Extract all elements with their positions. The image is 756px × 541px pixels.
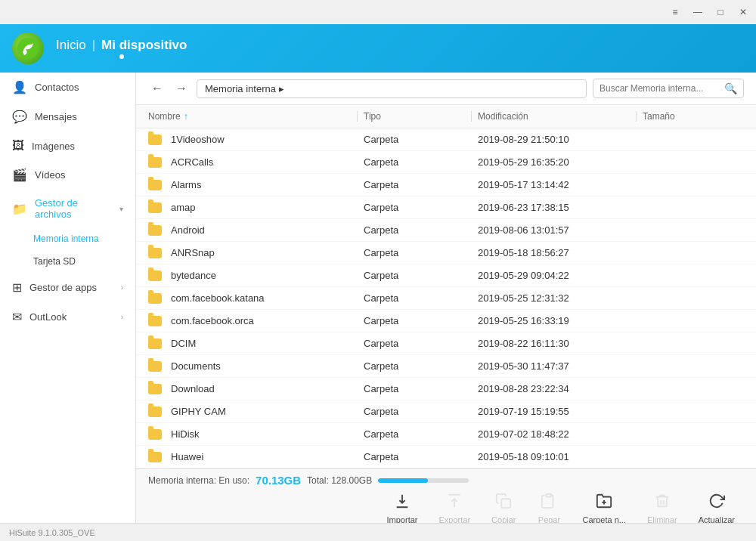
table-row[interactable]: com.facebook.orca Carpeta 2019-05-25 16:…	[136, 310, 756, 332]
file-type: Carpeta	[364, 315, 465, 326]
folder-icon	[148, 270, 162, 281]
storage-label: Memoria interna: En uso:	[148, 475, 249, 486]
search-input[interactable]	[600, 83, 720, 94]
pegar-icon	[541, 493, 557, 513]
file-type: Carpeta	[364, 338, 465, 349]
folder-icon	[148, 429, 162, 440]
exportar-button: Exportar	[430, 490, 480, 523]
header: Inicio | Mi dispositivo	[0, 24, 756, 73]
gestor-icon: 📁	[12, 202, 27, 216]
file-type: Carpeta	[364, 360, 465, 372]
sidebar-label-outlook: OutLook	[29, 311, 67, 323]
sidebar-label-gestor-apps: Gestor de apps	[29, 282, 97, 293]
gestor-chevron: ▾	[119, 205, 123, 213]
sidebar: 👤 Contactos 💬 Mensajes 🖼 Imágenes 🎬 Víde…	[0, 73, 136, 523]
table-row[interactable]: ANRSnap Carpeta 2019-05-18 18:56:27	[136, 242, 756, 264]
actualizar-label: Actualizar	[699, 515, 735, 523]
file-type: Carpeta	[364, 428, 465, 440]
sidebar-item-videos[interactable]: 🎬 Vídeos	[0, 160, 135, 190]
file-date: 2019-05-17 13:14:42	[478, 179, 630, 190]
file-table: Nombre ↑ Tipo Modificación Tamaño 1Video…	[136, 105, 756, 468]
table-row[interactable]: Documents Carpeta 2019-05-30 11:47:37	[136, 355, 756, 378]
file-date: 2019-05-29 16:35:20	[478, 156, 630, 168]
eliminar-button: Eliminar	[638, 490, 686, 523]
titlebar: ≡ — □ ✕	[0, 0, 756, 24]
actualizar-icon	[708, 493, 725, 513]
file-name: Download	[171, 383, 215, 394]
status-bar: HiSuite 9.1.0.305_OVE	[0, 523, 756, 541]
maximize-button[interactable]: □	[714, 5, 727, 19]
folder-icon	[148, 157, 162, 168]
sidebar-sub-tarjeta-sd[interactable]: Tarjeta SD	[0, 250, 135, 273]
header-inicio[interactable]: Inicio	[56, 38, 86, 53]
pegar-button: Pegar	[528, 490, 570, 523]
file-type: Carpeta	[364, 179, 465, 190]
carpeta-nueva-label: Carpeta n...	[582, 515, 625, 523]
col-header-tipo: Tipo	[364, 111, 381, 122]
col-header-nombre: Nombre	[148, 111, 181, 122]
outlook-chevron: ›	[121, 313, 123, 321]
carpeta-nueva-button[interactable]: Carpeta n...	[573, 490, 634, 523]
sidebar-label-memoria: Memoria interna	[33, 233, 99, 244]
importar-button[interactable]: Importar	[378, 490, 427, 523]
table-row[interactable]: DCIM Carpeta 2019-08-22 16:11:30	[136, 332, 756, 355]
file-type: Carpeta	[364, 247, 465, 258]
search-box[interactable]: 🔍	[593, 79, 744, 98]
folder-icon	[148, 452, 162, 462]
breadcrumb-text: Memoria interna ▸	[205, 83, 284, 94]
sidebar-item-gestor[interactable]: 📁 Gestor de archivos ▾	[0, 190, 135, 227]
sidebar-item-imagenes[interactable]: 🖼 Imágenes	[0, 131, 135, 160]
sidebar-label-imagenes: Imágenes	[32, 141, 75, 152]
file-type: Carpeta	[364, 134, 465, 145]
col-header-modificacion: Modificación	[478, 111, 528, 122]
folder-icon	[148, 384, 162, 394]
header-mi-dispositivo[interactable]: Mi dispositivo	[101, 38, 187, 53]
actualizar-button[interactable]: Actualizar	[689, 490, 744, 523]
folder-icon	[148, 361, 162, 372]
table-row[interactable]: 1Videoshow Carpeta 2019-08-29 21:50:10	[136, 128, 756, 151]
storage-bar-fill	[378, 478, 428, 483]
sidebar-item-outlook[interactable]: ✉ OutLook ›	[0, 302, 135, 332]
copiar-icon	[495, 493, 512, 513]
main-layout: 👤 Contactos 💬 Mensajes 🖼 Imágenes 🎬 Víde…	[0, 73, 756, 523]
table-row[interactable]: ACRCalls Carpeta 2019-05-29 16:35:20	[136, 151, 756, 174]
file-type: Carpeta	[364, 270, 465, 281]
table-row[interactable]: amap Carpeta 2019-06-23 17:38:15	[136, 196, 756, 219]
exportar-label: Exportar	[439, 515, 471, 523]
breadcrumb[interactable]: Memoria interna ▸	[197, 79, 587, 98]
folder-icon	[148, 202, 162, 213]
file-name: Alarms	[171, 179, 201, 190]
sort-icon[interactable]: ↑	[184, 111, 188, 122]
storage-info: Memoria interna: En uso: 70.13GB Total: …	[136, 469, 756, 490]
table-row[interactable]: Download Carpeta 2019-08-28 23:22:34	[136, 378, 756, 400]
header-separator: |	[92, 38, 95, 53]
close-button[interactable]: ✕	[736, 5, 750, 19]
minimize-button[interactable]: —	[691, 5, 705, 19]
file-type: Carpeta	[364, 156, 465, 168]
back-button[interactable]: ←	[148, 79, 166, 97]
forward-button[interactable]: →	[172, 79, 191, 97]
table-row[interactable]: Android Carpeta 2019-08-06 13:01:57	[136, 219, 756, 242]
copiar-button: Copiar	[482, 490, 525, 523]
file-rows-container: 1Videoshow Carpeta 2019-08-29 21:50:10 A…	[136, 128, 756, 468]
file-name: DCIM	[171, 338, 196, 349]
sidebar-sub-memoria-interna[interactable]: Memoria interna	[0, 227, 135, 250]
exportar-icon	[446, 493, 463, 513]
file-date: 2019-08-22 16:11:30	[478, 338, 630, 349]
menu-button[interactable]: ≡	[668, 5, 682, 19]
storage-total: Total: 128.00GB	[307, 475, 372, 486]
table-row[interactable]: HiDisk Carpeta 2019-07-02 18:48:22	[136, 423, 756, 446]
file-date: 2019-05-29 09:04:22	[478, 270, 630, 281]
app-logo	[12, 32, 44, 64]
sidebar-item-gestor-apps[interactable]: ⊞ Gestor de apps ›	[0, 273, 135, 302]
file-type: Carpeta	[364, 224, 465, 236]
table-row[interactable]: GIPHY CAM Carpeta 2019-07-19 15:19:55	[136, 400, 756, 423]
sidebar-item-mensajes[interactable]: 💬 Mensajes	[0, 102, 135, 131]
table-row[interactable]: com.facebook.katana Carpeta 2019-05-25 1…	[136, 287, 756, 310]
table-row[interactable]: Alarms Carpeta 2019-05-17 13:14:42	[136, 174, 756, 196]
file-date: 2019-08-28 23:22:34	[478, 383, 630, 394]
file-name: Android	[171, 224, 205, 236]
table-row[interactable]: bytedance Carpeta 2019-05-29 09:04:22	[136, 264, 756, 287]
sidebar-item-contactos[interactable]: 👤 Contactos	[0, 73, 135, 102]
table-row[interactable]: Huawei Carpeta 2019-05-18 09:10:01	[136, 446, 756, 468]
